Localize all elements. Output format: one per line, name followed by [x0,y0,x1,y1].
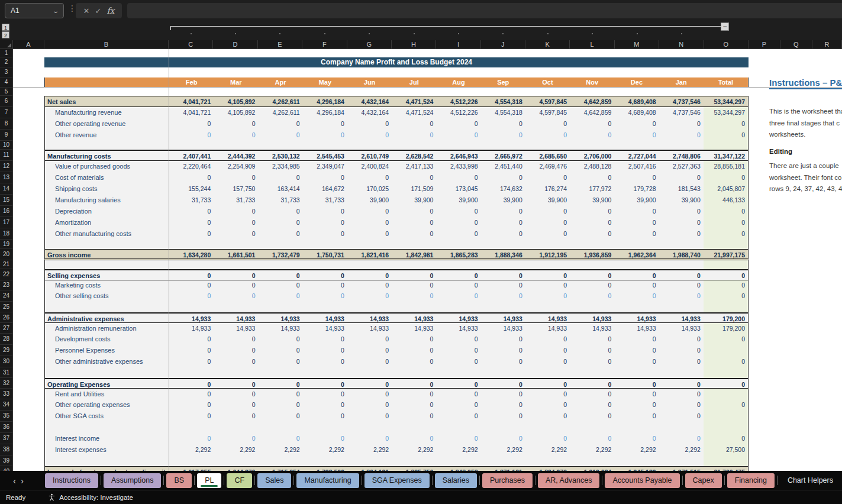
cell[interactable]: 0 [659,399,704,411]
cell[interactable]: 14,933 [347,323,392,334]
row-label-other-selling-costs[interactable]: Other selling costs [45,290,169,302]
cell[interactable]: 0 [214,399,258,411]
cell[interactable]: 2,665,972 [481,151,525,160]
confirm-icon[interactable]: ✓ [95,7,101,15]
cell[interactable]: 1,865,283 [436,250,480,259]
cell[interactable]: 0 [614,411,659,422]
cell[interactable] [392,367,436,378]
column-header-k[interactable]: K [525,40,570,49]
row-header-7[interactable]: 7 [0,107,12,118]
cell[interactable]: 2,292 [525,444,570,455]
cell[interactable]: 0 [169,130,214,141]
cell[interactable]: 0 [303,270,347,280]
month-header-mar[interactable]: Mar [214,77,258,88]
cell[interactable]: 0 [303,206,347,217]
row-header-11[interactable]: 11 [0,150,12,161]
cell[interactable]: 0 [614,389,659,399]
cell[interactable] [258,260,302,269]
cell[interactable]: 0 [258,206,302,217]
cell[interactable]: 21,790,475 [704,467,748,471]
cell[interactable] [570,240,614,249]
cell[interactable]: 0 [481,399,525,411]
month-header-sep[interactable]: Sep [481,77,525,88]
cell[interactable]: 1,825,756 [392,467,436,471]
empty-cell[interactable] [45,302,169,312]
cell[interactable]: 0 [214,270,258,280]
cell[interactable]: 176,274 [525,183,570,195]
cell[interactable] [659,422,704,433]
cell[interactable] [436,302,480,312]
tab-scroll-left[interactable]: ‹ [13,476,16,486]
cell[interactable]: 0 [258,217,302,228]
cell[interactable]: 0 [347,206,392,217]
cell[interactable] [392,240,436,249]
row-label-administration-remuneration[interactable]: Administration remuneration [45,323,169,334]
cell[interactable] [659,240,704,249]
cell[interactable]: 2,292 [347,444,392,455]
cell[interactable]: 0 [169,206,214,217]
cell[interactable] [392,455,436,466]
row-label-shipping-costs[interactable]: Shipping costs [45,183,169,195]
cell[interactable] [614,141,659,150]
cell[interactable] [570,455,614,466]
cell[interactable]: 27,500 [704,444,748,455]
cell[interactable]: 0 [481,345,525,356]
cell[interactable] [347,260,392,269]
cell[interactable]: 1,945,139 [614,467,659,471]
row-header-14[interactable]: 14 [0,183,12,195]
cell[interactable]: 0 [570,399,614,411]
cell[interactable]: 1,715,254 [258,467,302,471]
cell[interactable]: 2,706,000 [570,151,614,160]
cell[interactable]: 0 [704,356,748,367]
sheet-tab-bs[interactable]: BS [166,473,192,488]
cell[interactable]: 1,971,515 [659,467,704,471]
month-header-oct[interactable]: Oct [525,77,570,88]
cell[interactable]: 4,737,546 [659,107,704,118]
cell[interactable]: 0 [214,290,258,302]
cell[interactable]: 14,933 [258,323,302,334]
cell[interactable]: 0 [214,411,258,422]
cell[interactable]: 0 [214,206,258,217]
cell[interactable]: 0 [392,334,436,345]
cell[interactable] [169,141,214,150]
cell[interactable] [481,422,525,433]
cell[interactable]: 1,733,506 [303,467,347,471]
cell[interactable]: 0 [258,399,302,411]
cell[interactable]: 0 [436,379,480,388]
cell[interactable]: 0 [659,356,704,367]
cell[interactable]: 2,292 [570,444,614,455]
cell[interactable]: 0 [347,399,392,411]
cell[interactable]: 4,432,164 [347,107,392,118]
cell[interactable]: 0 [525,206,570,217]
column-header-n[interactable]: N [659,40,704,49]
column-header-m[interactable]: M [615,40,659,49]
cell[interactable]: 0 [614,172,659,183]
cell[interactable]: 4,689,408 [614,107,659,118]
cell[interactable]: 0 [258,290,302,302]
cell[interactable]: 0 [392,290,436,302]
cell[interactable] [525,367,570,378]
cell[interactable]: 0 [169,280,214,290]
row-label-value-of-purchased-goods[interactable]: Value of purchased goods [45,161,169,172]
cell[interactable]: 2,610,749 [347,151,392,160]
cell[interactable]: 1,750,731 [303,250,347,259]
cell[interactable] [614,302,659,312]
cell[interactable]: 0 [169,334,214,345]
cell[interactable]: 14,933 [436,323,480,334]
cell[interactable]: 0 [436,345,480,356]
cell[interactable]: 14,933 [347,314,392,322]
cell[interactable] [258,422,302,433]
cell[interactable]: 2,292 [436,444,480,455]
column-header-o[interactable]: O [704,40,749,49]
cell[interactable]: 1,988,740 [659,250,704,259]
drag-handle-icon[interactable]: ⋮ [68,4,76,13]
cell[interactable]: 0 [525,334,570,345]
sheet-tab-ar-advances[interactable]: AR, Advances [538,473,600,488]
cell[interactable]: 39,900 [614,195,659,206]
cell[interactable]: 0 [258,334,302,345]
cell[interactable]: 4,597,845 [525,96,570,106]
cell[interactable]: 0 [303,389,347,399]
column-header-b[interactable]: B [44,40,169,49]
cell[interactable]: 0 [614,290,659,302]
cell[interactable] [169,240,214,249]
